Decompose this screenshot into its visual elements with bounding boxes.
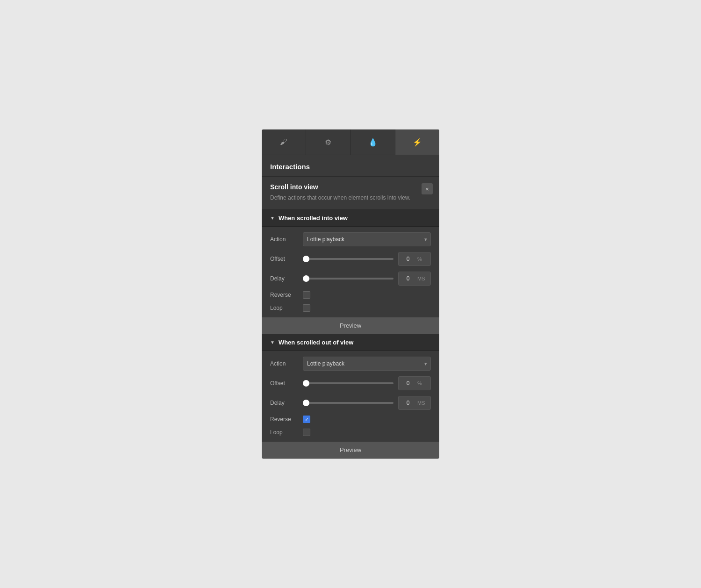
offset-slider-1[interactable]	[303, 258, 393, 260]
offset-input-1[interactable]	[399, 252, 417, 265]
offset-unit-2: %	[417, 380, 425, 386]
scroll-card-close-button[interactable]: ×	[422, 183, 433, 194]
action-label-1: Action	[270, 236, 298, 243]
reverse-label-1: Reverse	[270, 292, 298, 298]
delay-input-2[interactable]	[399, 396, 417, 409]
action-select-2[interactable]: Lottie playback Animation None	[303, 357, 431, 371]
section-title-out-of-view: When scrolled out of view	[279, 339, 353, 346]
offset-unit-1: %	[417, 256, 425, 262]
offset-label-2: Offset	[270, 380, 298, 387]
action-row-2: Action Lottie playback Animation None	[270, 357, 431, 371]
delay-input-1[interactable]	[399, 272, 417, 285]
offset-slider-2[interactable]	[303, 382, 393, 384]
action-select-wrapper-2[interactable]: Lottie playback Animation None	[303, 357, 431, 371]
reverse-label-2: Reverse	[270, 416, 298, 423]
section-body-out-of-view: Action Lottie playback Animation None Of…	[262, 351, 439, 436]
offset-label-1: Offset	[270, 256, 298, 262]
delay-slider-2[interactable]	[303, 402, 393, 404]
scroll-card-title: Scroll into view	[270, 183, 431, 191]
action-label-2: Action	[270, 360, 298, 367]
action-select-wrapper-1[interactable]: Lottie playback Animation None	[303, 232, 431, 246]
section-header-into-view[interactable]: ▼ When scrolled into view	[262, 210, 439, 227]
drops-icon: 💧	[368, 138, 378, 147]
preview-button-2[interactable]: Preview	[262, 442, 439, 458]
delay-unit-1: MS	[417, 276, 428, 281]
preview-button-1[interactable]: Preview	[262, 317, 439, 334]
delay-unit-2: MS	[417, 400, 428, 406]
gear-icon: ⚙	[325, 138, 331, 147]
section-scrolled-out-of-view: ▼ When scrolled out of view Action Lotti…	[262, 334, 439, 459]
delay-input-wrap-2: MS	[398, 396, 431, 410]
delay-slider-1[interactable]	[303, 278, 393, 280]
scroll-card-description: Define actions that occur when element s…	[270, 194, 431, 202]
section-title-into-view: When scrolled into view	[279, 215, 348, 222]
loop-row-2: Loop	[270, 429, 431, 436]
action-select-1[interactable]: Lottie playback Animation None	[303, 232, 431, 246]
delay-input-wrap-1: MS	[398, 272, 431, 286]
delay-row-1: Delay MS	[270, 272, 431, 286]
section-scrolled-into-view: ▼ When scrolled into view Action Lottie …	[262, 210, 439, 334]
reverse-row-1: Reverse	[270, 291, 431, 299]
offset-input-wrap-2: %	[398, 376, 431, 390]
chevron-down-icon: ▼	[270, 215, 275, 221]
tab-effects[interactable]: 💧	[351, 129, 395, 155]
delay-label-2: Delay	[270, 400, 298, 406]
loop-label-2: Loop	[270, 429, 298, 436]
offset-input-2[interactable]	[399, 377, 417, 390]
interactions-title: Interactions	[270, 163, 431, 171]
loop-checkbox-2[interactable]	[303, 429, 310, 436]
interactions-panel: 🖌 ⚙ 💧 ⚡ Interactions Scroll into view De…	[262, 129, 439, 459]
bolt-icon: ⚡	[413, 138, 422, 147]
delay-row-2: Delay MS	[270, 396, 431, 410]
reverse-row-2: Reverse	[270, 416, 431, 423]
chevron-down-icon-2: ▼	[270, 340, 275, 345]
interactions-heading-section: Interactions	[262, 155, 439, 177]
section-header-out-of-view[interactable]: ▼ When scrolled out of view	[262, 334, 439, 351]
delay-label-1: Delay	[270, 275, 298, 282]
brush-icon: 🖌	[280, 138, 287, 146]
reverse-checkbox-2[interactable]	[303, 416, 310, 423]
offset-row-2: Offset %	[270, 376, 431, 390]
loop-label-1: Loop	[270, 305, 298, 311]
tab-interactions[interactable]: ⚡	[395, 129, 439, 155]
loop-checkbox-1[interactable]	[303, 304, 310, 312]
tab-style[interactable]: 🖌	[262, 129, 306, 155]
section-body-into-view: Action Lottie playback Animation None Of…	[262, 227, 439, 312]
reverse-checkbox-1[interactable]	[303, 291, 310, 299]
tab-settings[interactable]: ⚙	[306, 129, 350, 155]
scroll-into-view-card: Scroll into view Define actions that occ…	[262, 177, 439, 210]
offset-row-1: Offset %	[270, 252, 431, 266]
action-row-1: Action Lottie playback Animation None	[270, 232, 431, 246]
toolbar: 🖌 ⚙ 💧 ⚡	[262, 129, 439, 155]
loop-row-1: Loop	[270, 304, 431, 312]
offset-input-wrap-1: %	[398, 252, 431, 266]
